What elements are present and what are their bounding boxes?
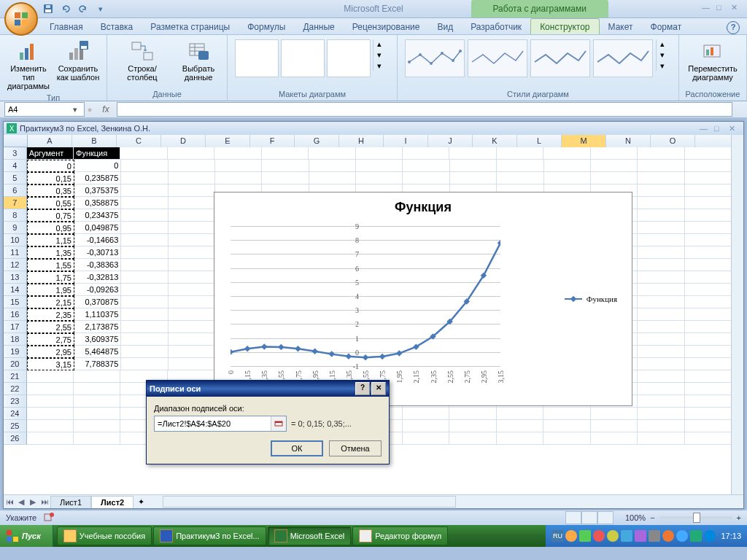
cell[interactable] — [121, 296, 168, 308]
cell[interactable]: 1,55 — [27, 259, 74, 271]
cell[interactable] — [74, 395, 120, 408]
cell[interactable] — [638, 358, 684, 370]
row-header[interactable]: 18 — [4, 333, 27, 346]
column-header[interactable]: H — [339, 135, 384, 147]
embedded-chart[interactable]: Функция Функция -1012345678900,150,350,5… — [214, 192, 632, 406]
tray-icon[interactable] — [593, 530, 605, 542]
tab-review[interactable]: Рецензирование — [344, 19, 429, 34]
cell[interactable] — [169, 271, 215, 284]
cell[interactable] — [685, 420, 732, 432]
column-header[interactable]: N — [606, 135, 651, 147]
cell[interactable] — [685, 172, 732, 184]
taskbar-item[interactable]: Редактор формул — [352, 526, 448, 545]
qat-customize-icon[interactable]: ▾ — [93, 1, 108, 16]
cell[interactable] — [74, 420, 120, 432]
cell[interactable] — [591, 160, 638, 172]
cell[interactable] — [638, 432, 684, 445]
prev-sheet-icon[interactable]: ◀ — [15, 497, 27, 507]
cell[interactable] — [309, 147, 355, 160]
cell[interactable] — [638, 333, 684, 346]
cell[interactable] — [497, 172, 543, 184]
cell[interactable] — [169, 160, 215, 172]
cell[interactable] — [685, 284, 732, 296]
cell[interactable] — [638, 383, 684, 395]
cell[interactable] — [638, 395, 684, 408]
cell[interactable] — [638, 259, 684, 271]
tray-icon[interactable] — [621, 530, 632, 542]
cell[interactable] — [27, 370, 74, 383]
cell[interactable]: 0 — [74, 160, 121, 172]
cell[interactable] — [638, 271, 684, 284]
cell[interactable] — [638, 234, 684, 246]
cell[interactable] — [309, 172, 356, 184]
save-icon[interactable] — [41, 1, 55, 16]
column-header[interactable]: G — [295, 135, 339, 147]
tray-icon[interactable] — [579, 530, 591, 542]
cell[interactable]: 2,55 — [27, 321, 74, 333]
cell[interactable] — [685, 321, 732, 333]
cell[interactable] — [685, 259, 732, 271]
cell[interactable]: 0 — [27, 160, 74, 172]
cell[interactable] — [497, 408, 543, 420]
tab-layout[interactable]: Макет — [600, 19, 642, 34]
tray-icon[interactable] — [704, 530, 716, 542]
cell[interactable] — [450, 172, 497, 184]
cell[interactable]: -0,30713 — [74, 246, 121, 259]
cell[interactable] — [638, 160, 684, 172]
row-header[interactable]: 10 — [4, 234, 27, 246]
cell[interactable] — [685, 222, 732, 234]
cell[interactable] — [74, 383, 120, 395]
cell[interactable] — [685, 308, 732, 321]
select-all-corner[interactable] — [4, 135, 28, 147]
tray-icon[interactable] — [607, 530, 619, 542]
cell[interactable] — [450, 160, 497, 172]
cell[interactable] — [497, 420, 543, 432]
cell[interactable] — [638, 184, 684, 197]
lang-indicator[interactable]: RU — [551, 530, 563, 542]
cell[interactable] — [685, 370, 732, 383]
column-header[interactable]: L — [517, 135, 562, 147]
zoom-level[interactable]: 100% — [625, 513, 646, 522]
row-header[interactable]: 19 — [4, 346, 27, 358]
cell[interactable]: 1,35 — [27, 246, 74, 259]
wb-close-icon[interactable]: ✕ — [729, 124, 740, 133]
row-header[interactable]: 9 — [4, 222, 27, 234]
cell[interactable]: 0,55 — [27, 197, 74, 209]
cell[interactable] — [497, 432, 543, 445]
cell[interactable]: 2,95 — [27, 346, 74, 358]
cell[interactable] — [120, 147, 167, 160]
last-sheet-icon[interactable]: ⏭ — [39, 497, 50, 507]
tab-design[interactable]: Конструктор — [530, 18, 599, 34]
row-header[interactable]: 5 — [4, 172, 27, 184]
move-chart-button[interactable]: Переместить диаграмму — [684, 38, 742, 83]
cell[interactable]: -0,32813 — [74, 271, 121, 284]
cell[interactable] — [27, 432, 74, 445]
cell[interactable] — [685, 408, 732, 420]
tray-icon[interactable] — [662, 530, 674, 542]
dialog-titlebar[interactable]: Подписи оси ? ✕ — [147, 381, 389, 397]
cell[interactable] — [169, 259, 215, 271]
cell[interactable]: 0,358875 — [74, 197, 121, 209]
cell[interactable] — [262, 147, 309, 160]
tray-icon[interactable] — [565, 530, 577, 542]
cell[interactable]: 0,375375 — [74, 184, 121, 197]
tray-icon[interactable] — [635, 530, 646, 542]
cell[interactable] — [169, 209, 215, 222]
cell[interactable] — [215, 160, 262, 172]
cell[interactable]: 0,370875 — [74, 296, 121, 308]
cell[interactable] — [74, 408, 120, 420]
taskbar-item[interactable]: Microsoft Excel — [268, 526, 352, 545]
cell[interactable] — [403, 160, 449, 172]
cell[interactable]: 1,95 — [27, 284, 74, 296]
zoom-in-icon[interactable]: + — [737, 513, 741, 522]
cell[interactable] — [638, 284, 684, 296]
fx-icon[interactable]: fx — [95, 104, 117, 114]
cell[interactable] — [543, 420, 590, 432]
cell[interactable]: -0,38363 — [74, 259, 121, 271]
cell[interactable]: 2,75 — [27, 333, 74, 346]
cell[interactable] — [638, 408, 684, 420]
column-header[interactable]: M — [562, 135, 606, 147]
row-header[interactable]: 3 — [4, 147, 27, 160]
cell[interactable] — [27, 395, 74, 408]
tray-icon[interactable] — [690, 530, 702, 542]
